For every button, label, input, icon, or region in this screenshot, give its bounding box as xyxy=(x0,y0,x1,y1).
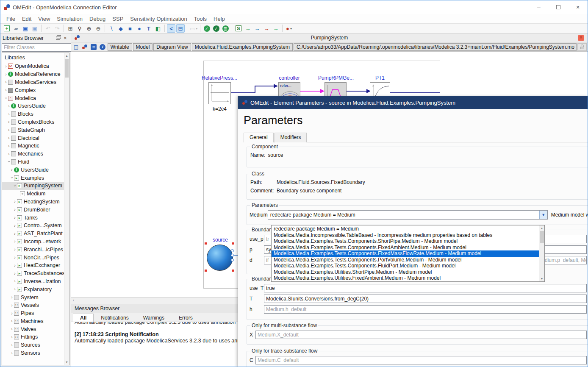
selection-handle[interactable] xyxy=(205,242,207,245)
tree-item-heatexchanger[interactable]: ›▸HeatExchanger xyxy=(2,261,69,270)
scroll-thumb[interactable] xyxy=(540,231,544,243)
tree-expand-icon[interactable]: › xyxy=(13,287,17,292)
close-button[interactable]: × xyxy=(568,0,588,14)
dialog-tab-general[interactable]: General xyxy=(244,133,274,142)
open-model-icon[interactable]: ▰ xyxy=(12,24,20,33)
info-icon[interactable]: i xyxy=(99,43,107,51)
debugger-icon[interactable]: ●▾ xyxy=(285,24,293,33)
tree-item-complex[interactable]: ›Complex xyxy=(2,86,69,94)
tree-expand-icon[interactable]: › xyxy=(7,112,11,117)
tree-expand-icon[interactable]: › xyxy=(10,176,14,180)
zoom-out-icon[interactable]: ⊖ xyxy=(94,24,103,33)
combobox-dropdown-icon[interactable]: ▼ xyxy=(539,211,547,219)
tree-item-incomp-etwork[interactable]: ›▸Incomp...etwork xyxy=(2,238,69,246)
tree-expand-icon[interactable]: › xyxy=(7,104,11,108)
tree-item-machines[interactable]: ›∷Machines xyxy=(2,317,69,325)
scroll-down-icon[interactable]: ▾ xyxy=(64,360,69,364)
tree-item-mechanics[interactable]: ›Mechanics xyxy=(2,150,69,158)
tree-item-modelica[interactable]: ›∴Modelica xyxy=(2,94,69,102)
tree-expand-icon[interactable]: › xyxy=(10,167,14,172)
use-t-field[interactable]: true xyxy=(264,284,587,292)
tree-expand-icon[interactable]: › xyxy=(10,327,14,331)
selection-handle[interactable] xyxy=(205,270,207,272)
source-component[interactable] xyxy=(207,245,233,271)
tree-expand-icon[interactable]: › xyxy=(13,199,17,204)
messages-tab-notifications[interactable]: Notifications xyxy=(94,314,136,322)
relpressure-component[interactable] xyxy=(208,82,231,104)
tree-item-usersguide[interactable]: ›iUsersGuide xyxy=(2,102,69,110)
scroll-thumb[interactable] xyxy=(65,59,69,78)
tree-item-sources[interactable]: ›Sources xyxy=(2,341,69,349)
selection-handle[interactable] xyxy=(232,270,234,272)
documentation-icon[interactable]: ≣ xyxy=(90,43,98,51)
tree-expand-icon[interactable]: › xyxy=(10,295,14,300)
tree-expand-icon[interactable]: › xyxy=(7,120,11,124)
menu-tools[interactable]: Tools xyxy=(191,16,210,22)
dropdown-item[interactable]: Modelica.Media.Examples.Utilities.ShortP… xyxy=(272,269,539,275)
tree-item-usersguide[interactable]: ›iUsersGuide xyxy=(2,166,69,174)
dropdown-item[interactable]: Modelica.Media.Examples.Tests.Components… xyxy=(272,238,539,245)
tree-item-heatingsystem[interactable]: ›▸HeatingSystem xyxy=(2,198,69,206)
menu-ssp[interactable]: SSP xyxy=(109,16,127,22)
model-tab[interactable]: PumpingSystem xyxy=(71,35,588,41)
h-field[interactable]: Medium.h_default xyxy=(264,305,587,314)
dropdown-item[interactable]: redeclare package Medium = Medium xyxy=(272,226,539,232)
dialog-tab-modifiers[interactable]: Modifiers xyxy=(275,133,307,142)
tree-expand-icon[interactable]: › xyxy=(10,351,14,356)
connect-mode-icon[interactable]: < xyxy=(167,24,175,33)
text-shape-icon[interactable]: T xyxy=(144,24,153,33)
tree-expand-icon[interactable]: › xyxy=(10,343,14,348)
tree-item-explanatory[interactable]: ›▸Explanatory xyxy=(2,285,69,293)
simulate-algorithmic-debugger-icon[interactable]: → xyxy=(262,24,271,33)
tree-item-drumboiler[interactable]: ›▸DrumBoiler xyxy=(2,206,69,214)
tree-expand-icon[interactable]: › xyxy=(13,215,17,220)
tree-expand-icon[interactable]: › xyxy=(10,303,14,308)
save-all-icon[interactable]: ▣ xyxy=(31,24,39,33)
scroll-down-icon[interactable]: ▾ xyxy=(539,277,544,281)
scroll-up-icon[interactable]: ▴ xyxy=(64,54,69,58)
tree-expand-icon[interactable]: › xyxy=(10,319,14,323)
tree-item-complexblocks[interactable]: ›ComplexBlocks xyxy=(2,118,69,126)
simulate-transformational-debugger-icon[interactable]: → xyxy=(253,24,261,33)
tree-item-modelicareference[interactable]: ›iModelicaReference xyxy=(2,70,69,78)
tree-expand-icon[interactable]: › xyxy=(13,271,17,276)
instantiate-model-icon[interactable]: ≣ xyxy=(221,24,230,33)
tree-expand-icon[interactable]: › xyxy=(4,64,8,69)
zoom-in-icon[interactable]: ⊕ xyxy=(85,24,93,33)
tree-item-examples[interactable]: ›▸Examples xyxy=(2,174,69,182)
dropdown-scrollbar[interactable]: ▴ ▾ xyxy=(539,225,544,281)
tree-item-system[interactable]: ›System xyxy=(2,293,69,301)
menu-file[interactable]: File xyxy=(3,16,19,22)
selection-handle[interactable] xyxy=(232,242,234,245)
ellipse-shape-icon[interactable]: ● xyxy=(135,24,144,33)
float-dock-icon[interactable] xyxy=(55,35,62,41)
bitmap-shape-icon[interactable]: ◧ xyxy=(154,24,162,33)
tree-item-tracesubstances[interactable]: ›▸TraceSubstances xyxy=(2,270,69,278)
dropdown-item[interactable]: Modelica.Media.Examples.Tests.Components… xyxy=(272,257,539,263)
fit-extent-icon[interactable]: ◫ xyxy=(72,43,80,51)
tree-item-branchi-icpipes[interactable]: ›▸Branchi...icPipes xyxy=(2,245,69,253)
transition-mode-icon[interactable]: ⊟ xyxy=(176,24,185,33)
tree-expand-icon[interactable]: › xyxy=(7,144,11,148)
tree-item-openmodelica[interactable]: ›POpenModelica xyxy=(2,62,69,70)
tree-expand-icon[interactable]: › xyxy=(13,247,17,252)
check-model-icon[interactable]: ✓ xyxy=(202,24,211,33)
modelica-class-icon[interactable] xyxy=(81,43,89,51)
messages-tab-all[interactable]: All xyxy=(73,314,94,322)
tree-item-fittings[interactable]: ›∷Fittings xyxy=(2,333,69,341)
messages-tab-warnings[interactable]: Warnings xyxy=(136,314,172,322)
tree-item-pipes[interactable]: ›∷Pipes xyxy=(2,309,69,317)
tree-expand-icon[interactable]: › xyxy=(10,335,14,339)
c-field[interactable]: Medium.C_default xyxy=(255,356,587,364)
dialog-titlebar[interactable]: OMEdit - Element Parameters - source in … xyxy=(238,96,588,109)
polygon-shape-icon[interactable]: ◆ xyxy=(116,24,125,33)
line-shape-icon[interactable]: ∖ xyxy=(107,24,116,33)
tree-expand-icon[interactable]: › xyxy=(13,255,17,260)
tree-item-electrical[interactable]: ›Electrical xyxy=(2,134,69,142)
new-modelica-class-icon[interactable]: + xyxy=(3,24,11,33)
dropdown-item[interactable]: Modelica.Media.Examples.Tests.Components… xyxy=(272,250,539,257)
menu-edit[interactable]: Edit xyxy=(19,16,35,22)
tree-item-contro-system[interactable]: ›▸Contro...System xyxy=(2,222,69,230)
close-dock-icon[interactable]: × xyxy=(62,35,69,41)
tree-expand-icon[interactable]: › xyxy=(7,160,11,164)
